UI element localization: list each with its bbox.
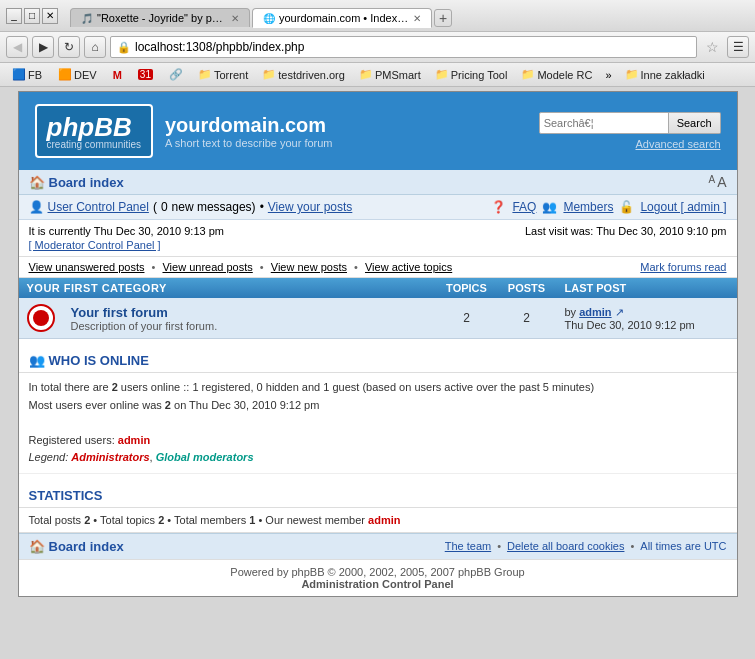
tab-2-close[interactable]: ✕ [413, 13, 421, 24]
board-index-label: Board index [49, 175, 124, 190]
online-count: 2 [112, 381, 118, 393]
footer-board-index-link[interactable]: 🏠 Board index [29, 539, 124, 554]
forum-name-link[interactable]: Your first forum [71, 305, 168, 320]
close-button[interactable]: ✕ [42, 8, 58, 24]
stats-posts-count: 2 [84, 514, 90, 526]
moderator-control-panel-link[interactable]: [ Moderator Control Panel ] [29, 239, 727, 251]
tab-1-label: "Roxette - Joyride" by pad... [97, 12, 227, 24]
oit-1: In total there are [29, 381, 109, 393]
bm-fb-icon: 🟦 [12, 68, 26, 81]
navigation-bar: ◀ ▶ ↻ ⌂ 🔒 localhost:1308/phpbb/index.php… [0, 32, 755, 63]
bm-dev[interactable]: 🟧 DEV [52, 66, 103, 83]
bm-gmail[interactable]: M [107, 67, 128, 83]
bm-31-icon: 31 [138, 69, 153, 80]
tab-2-favicon: 🌐 [263, 13, 275, 24]
legend-admins-link[interactable]: Administrators [71, 451, 149, 463]
footer-team-link[interactable]: The team [445, 540, 491, 552]
bm-testdriven[interactable]: 📁 testdriven.org [257, 67, 350, 82]
bm-inne-icon: 📁 [625, 68, 639, 81]
search-input[interactable] [539, 112, 669, 134]
bm-pmsmart[interactable]: 📁 PMSmart [354, 67, 426, 82]
statistics-body: Total posts 2 • Total topics 2 • Total m… [19, 508, 737, 533]
bm-pmsmart-icon: 📁 [359, 68, 373, 81]
ucp-bracket-open: ( [153, 200, 157, 214]
reload-button[interactable]: ↻ [58, 36, 80, 58]
bm-dev-label: DEV [74, 69, 97, 81]
phpbb-logo: phpBB creating communities yourdomain.co… [35, 104, 333, 158]
bm-inne[interactable]: 📁 Inne zakładki [620, 67, 710, 82]
address-bar[interactable]: 🔒 localhost:1308/phpbb/index.php [110, 36, 697, 58]
site-info: yourdomain.com A short text to describe … [165, 114, 333, 149]
last-post-header: LAST POST [557, 278, 737, 298]
stats-topics-text: • Total topics [93, 514, 155, 526]
bm-fb[interactable]: 🟦 FB [6, 66, 48, 83]
view-active-link[interactable]: View active topics [365, 261, 452, 273]
mark-forums-read-link[interactable]: Mark forums read [640, 261, 726, 273]
online-icon: 👥 [29, 353, 45, 368]
board-index-link[interactable]: 🏠 Board index [29, 175, 124, 190]
font-large-btn[interactable]: A [717, 174, 726, 190]
font-small-btn[interactable]: A [708, 174, 715, 190]
forward-button[interactable]: ▶ [32, 36, 54, 58]
bm-fb-label: FB [28, 69, 42, 81]
view-unanswered-link[interactable]: View unanswered posts [29, 261, 145, 273]
stats-members-text: • Total members [167, 514, 246, 526]
admin-user-link[interactable]: admin [118, 434, 150, 446]
posts-count: 2 [497, 298, 557, 339]
view-unread-link[interactable]: View unread posts [162, 261, 252, 273]
stats-posts-text: Total posts [29, 514, 82, 526]
view-posts-link[interactable]: View your posts [268, 200, 353, 214]
bm-pricing[interactable]: 📁 Pricing Tool [430, 67, 513, 82]
logo-sub-text: creating communities [47, 139, 141, 150]
last-post-author-link[interactable]: admin [579, 306, 611, 318]
browser-chrome: _ □ ✕ 🎵 "Roxette - Joyride" by pad... ✕ … [0, 0, 755, 87]
registered-users-line: Registered users: admin [29, 432, 727, 450]
window-controls[interactable]: _ □ ✕ [6, 8, 58, 24]
posts-header: POSTS [497, 278, 557, 298]
new-messages-text: new messages) [172, 200, 256, 214]
minimize-button[interactable]: _ [6, 8, 22, 24]
logout-link[interactable]: Logout [ admin ] [640, 200, 726, 214]
last-post-arrow-icon[interactable]: ↗ [615, 306, 624, 318]
bm-dev-icon: 🟧 [58, 68, 72, 81]
new-tab-button[interactable]: + [434, 9, 452, 27]
bm-modele[interactable]: 📁 Modele RC [516, 67, 597, 82]
bookmark-star[interactable]: ☆ [701, 36, 723, 58]
bm-31[interactable]: 31 [132, 67, 159, 82]
more-bookmarks[interactable]: » [601, 68, 615, 82]
who-is-online-body: In total there are 2 users online :: 1 r… [19, 373, 737, 474]
faq-link[interactable]: FAQ [512, 200, 536, 214]
last-visit: Last visit was: Thu Dec 30, 2010 9:10 pm [525, 225, 727, 237]
forum-info-cell: Your first forum Description of your fir… [63, 298, 437, 339]
bm-testdriven-icon: 📁 [262, 68, 276, 81]
title-bar: _ □ ✕ 🎵 "Roxette - Joyride" by pad... ✕ … [0, 0, 755, 32]
back-button[interactable]: ◀ [6, 36, 28, 58]
user-bar-left: 👤 User Control Panel ( 0 new messages) •… [29, 200, 353, 214]
advanced-search-link[interactable]: Advanced search [636, 138, 721, 150]
online-text-1: In total there are 2 users online :: 1 r… [29, 379, 727, 397]
tab-2[interactable]: 🌐 yourdomain.com • Index p... ✕ [252, 8, 432, 28]
members-link[interactable]: Members [563, 200, 613, 214]
category-header-row: YOUR FIRST CATEGORY TOPICS POSTS LAST PO… [19, 278, 737, 298]
footer-sep-1: • [497, 540, 501, 552]
legend-mods-link[interactable]: Global moderators [156, 451, 254, 463]
stats-newest-member-link[interactable]: admin [368, 514, 400, 526]
faq-icon: ❓ [491, 200, 506, 214]
view-new-link[interactable]: View new posts [271, 261, 347, 273]
maximize-button[interactable]: □ [24, 8, 40, 24]
max-users-count: 2 [165, 399, 171, 411]
search-button[interactable]: Search [669, 112, 721, 134]
bm-unknown[interactable]: 🔗 [163, 66, 189, 83]
menu-button[interactable]: ☰ [727, 36, 749, 58]
footer-delete-cookies-link[interactable]: Delete all board cookies [507, 540, 624, 552]
forum-nav: 🏠 Board index A A [19, 170, 737, 195]
tab-1[interactable]: 🎵 "Roxette - Joyride" by pad... ✕ [70, 8, 250, 27]
bm-inne-label: Inne zakładki [641, 69, 705, 81]
tab-1-close[interactable]: ✕ [231, 13, 239, 24]
bm-torrent[interactable]: 📁 Torrent [193, 67, 253, 82]
home-button[interactable]: ⌂ [84, 36, 106, 58]
ucp-link[interactable]: User Control Panel [48, 200, 149, 214]
bm-torrent-icon: 📁 [198, 68, 212, 81]
status-bar: It is currently Thu Dec 30, 2010 9:13 pm… [19, 220, 737, 257]
tab-favicon: 🎵 [81, 13, 93, 24]
